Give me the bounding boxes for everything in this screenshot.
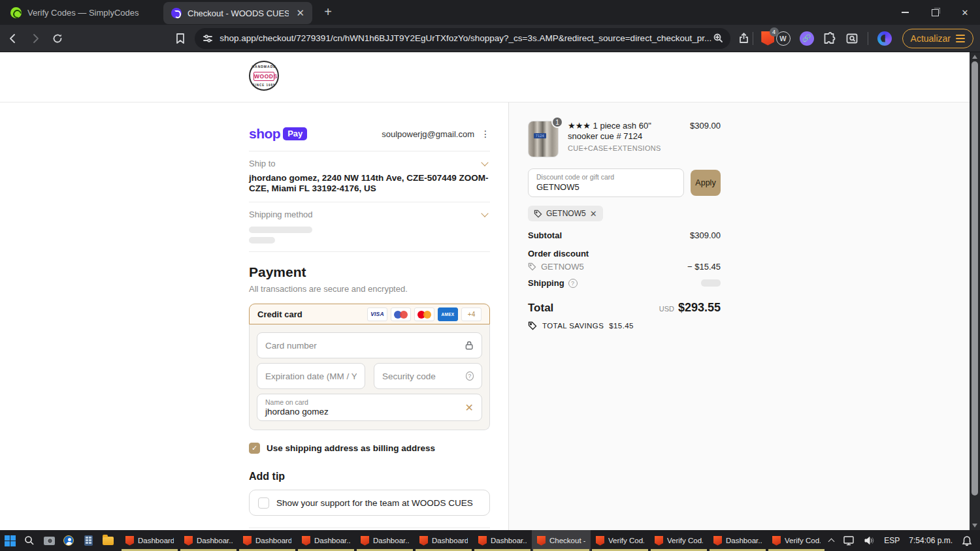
new-tab-button[interactable]: + xyxy=(320,5,336,19)
shipping-address: jhordano gomez, 2240 NW 114th Ave, CZE-5… xyxy=(249,173,490,194)
shipping-help-icon[interactable]: ? xyxy=(568,279,578,288)
taskbar-app[interactable]: Dashboar... xyxy=(708,530,767,551)
brave-shield-icon[interactable]: 4 xyxy=(760,30,776,47)
taskbar-app[interactable]: Verify Cod... xyxy=(767,530,826,551)
clear-icon[interactable]: ✕ xyxy=(465,401,474,414)
search-icon[interactable] xyxy=(20,530,39,551)
tab-verify-codes[interactable]: Verify Codes — SimplyCodes xyxy=(0,0,153,25)
start-button[interactable] xyxy=(0,530,20,551)
back-button[interactable] xyxy=(4,29,22,48)
taskbar-app[interactable]: Verify Cod... xyxy=(649,530,708,551)
shipping-skeleton xyxy=(701,279,721,287)
shipping-method-label: Shipping method xyxy=(249,210,313,219)
discount-code-field[interactable]: Discount code or gift card xyxy=(528,168,684,197)
brave-icon xyxy=(243,536,252,546)
taskbar-app[interactable]: Verify Cod... xyxy=(591,530,649,551)
total-label: Total xyxy=(528,302,553,315)
taskbar-app[interactable]: Dashboard... xyxy=(120,530,179,551)
extensions-puzzle-icon[interactable] xyxy=(823,32,836,45)
url-bar[interactable]: shop.app/checkout/7279391/cn/hWN1h6BJJT9… xyxy=(195,28,730,49)
chevron-down-icon[interactable] xyxy=(481,210,488,217)
remove-discount-icon[interactable]: ✕ xyxy=(590,209,597,219)
bookmark-icon[interactable] xyxy=(171,29,189,48)
reload-button[interactable] xyxy=(48,29,67,48)
discount-field-label: Discount code or gift card xyxy=(536,173,676,181)
name-on-card-value[interactable]: jhordano gomez xyxy=(265,407,465,417)
tip-checkbox[interactable] xyxy=(258,497,269,509)
expiration-field[interactable] xyxy=(257,363,365,389)
simplycodes-extension-icon[interactable]: 🔗 xyxy=(800,31,814,46)
url-text[interactable]: shop.app/checkout/7279391/cn/hWN1h6BJJT9… xyxy=(220,33,713,43)
notifications-bell-icon[interactable] xyxy=(962,535,972,546)
snipping-tool-icon[interactable] xyxy=(39,530,59,551)
total-savings-row: TOTAL SAVINGS $15.45 xyxy=(528,321,721,330)
clock[interactable]: 7:54:06 p.m. xyxy=(909,536,953,545)
name-on-card-label: Name on card xyxy=(265,398,465,406)
zoom-page-icon[interactable] xyxy=(713,33,724,44)
tune-icon[interactable] xyxy=(203,33,213,44)
brave-icon xyxy=(655,536,663,546)
taskbar-app[interactable]: Dashboar... xyxy=(297,530,355,551)
order-summary: 1 ★★★ 1 piece ash 60" snooker cue # 7124… xyxy=(528,121,721,330)
mastercard-icon xyxy=(414,307,434,321)
leo-ai-icon[interactable] xyxy=(877,31,892,46)
tab-close-icon[interactable]: ✕ xyxy=(295,7,306,19)
billing-address-checkbox-row[interactable]: ✓ Use shipping address as billing addres… xyxy=(249,443,490,454)
security-code-field[interactable]: ? xyxy=(374,363,482,389)
file-explorer-icon[interactable] xyxy=(98,530,118,551)
name-on-card-field[interactable]: Name on card jhordano gomez ✕ xyxy=(257,394,482,421)
taskbar-app-active[interactable]: Checkout -... xyxy=(532,530,591,551)
minimize-button[interactable] xyxy=(890,0,920,25)
update-browser-button[interactable]: Actualizar xyxy=(902,29,973,48)
page-scrollbar[interactable] xyxy=(970,52,980,530)
apply-discount-button[interactable]: Apply xyxy=(691,170,721,196)
taskbar-app[interactable]: Dashboard... xyxy=(414,530,473,551)
loading-skeleton xyxy=(249,227,312,233)
help-icon[interactable]: ? xyxy=(466,371,474,381)
network-icon[interactable] xyxy=(843,535,855,546)
card-number-input[interactable] xyxy=(265,341,465,351)
expiration-input[interactable] xyxy=(265,371,357,381)
volume-icon[interactable] xyxy=(864,535,875,546)
menu-hamburger-icon[interactable] xyxy=(956,35,965,42)
scrollbar-thumb[interactable] xyxy=(972,61,978,496)
account-menu-icon[interactable]: ⋮ xyxy=(481,129,490,139)
language-indicator[interactable]: ESP xyxy=(884,536,900,545)
tab-checkout[interactable]: Checkout - WOODS CUES ✕ xyxy=(163,2,312,24)
share-icon[interactable] xyxy=(734,29,753,48)
account-email: soulpowerjg@gmail.com xyxy=(382,129,474,139)
card-number-field[interactable] xyxy=(257,332,482,358)
taskbar-app[interactable]: Dashboar... xyxy=(179,530,238,551)
shipping-method-section[interactable]: Shipping method xyxy=(249,202,490,251)
calculator-icon[interactable] xyxy=(78,530,98,551)
tray-expand-icon[interactable] xyxy=(828,539,835,545)
windows-taskbar: Dashboard... Dashboar... Dashboard... Da… xyxy=(0,530,980,551)
forward-button[interactable] xyxy=(26,29,44,48)
store-logo[interactable]: HANDMADE WOODS SINCE 1985 xyxy=(249,61,279,91)
security-code-input[interactable] xyxy=(382,371,462,381)
brave-icon xyxy=(302,536,310,546)
restore-button[interactable] xyxy=(920,0,950,25)
taskbar-app[interactable]: Dashboar... xyxy=(473,530,532,551)
discount-chip[interactable]: GETNOW5 ✕ xyxy=(528,206,603,221)
credit-card-label: Credit card xyxy=(257,309,302,319)
sidebar-search-icon[interactable] xyxy=(845,32,858,45)
brave-icon xyxy=(125,536,134,546)
discount-code-input[interactable] xyxy=(536,182,676,192)
credit-card-option[interactable]: Credit card VISA AMEX +4 xyxy=(249,304,490,324)
scroll-down-arrow[interactable] xyxy=(972,524,977,527)
payment-section: Payment All transactions are secure and … xyxy=(249,251,490,551)
ship-to-section[interactable]: Ship to jhordano gomez, 2240 NW 114th Av… xyxy=(249,151,490,202)
chevron-down-icon[interactable] xyxy=(481,159,488,166)
brave-icon xyxy=(772,536,781,546)
tip-option-row[interactable]: Show your support for the team at WOODS … xyxy=(249,490,490,516)
shop-logo: shop xyxy=(249,126,280,142)
close-button[interactable] xyxy=(950,0,980,25)
billing-checkbox[interactable]: ✓ xyxy=(249,443,260,454)
toolbar-divider xyxy=(868,32,868,45)
store-header: HANDMADE WOODS SINCE 1985 xyxy=(0,52,970,102)
taskbar-app[interactable]: Dashboar... xyxy=(355,530,414,551)
scroll-up-arrow[interactable] xyxy=(972,55,977,59)
account-app-icon[interactable] xyxy=(59,530,78,551)
taskbar-app[interactable]: Dashboard... xyxy=(238,530,297,551)
